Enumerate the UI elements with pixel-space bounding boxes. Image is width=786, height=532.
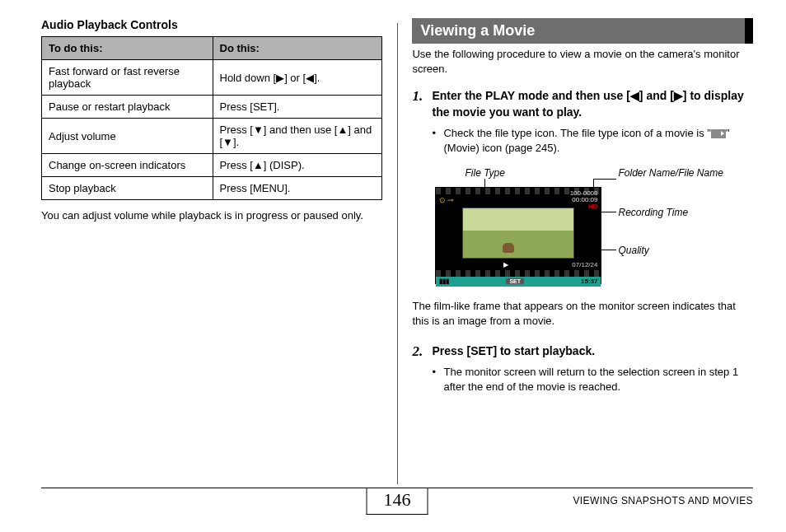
film-frame-note: The film-like frame that appears on the … — [412, 299, 753, 329]
label-quality: Quality — [618, 245, 648, 256]
section-banner: Viewing a Movie — [412, 18, 753, 44]
step-number-1: 1. — [412, 88, 432, 156]
set-button-indicator: SET — [506, 278, 524, 284]
movie-icon — [711, 129, 726, 138]
step-2-title: Press [SET] to start playback. — [432, 343, 753, 360]
table-row: Stop playback Press [MENU]. — [42, 177, 382, 200]
play-icon: ▶ — [503, 261, 508, 268]
movie-figure: File Type Folder Name/File Name Recordin… — [432, 167, 753, 291]
step-1-bullet: Check the file type icon. The file type … — [443, 126, 753, 156]
step-1-title: Enter the PLAY mode and then use [◀] and… — [432, 88, 753, 120]
battery-icon: ▮▮▮ — [439, 278, 449, 285]
clock-value: 15:37 — [581, 278, 597, 285]
step-number-2: 2. — [412, 343, 432, 394]
page-number: 146 — [367, 488, 428, 515]
controls-table: To do this: Do this: Fast forward or fas… — [41, 36, 382, 200]
table-row: Pause or restart playback Press [SET]. — [42, 96, 382, 119]
key-icon: ⊸ — [447, 196, 454, 204]
table-row: Change on-screen indicators Press [▲] (D… — [42, 154, 382, 177]
th-dothis: Do this: — [213, 37, 381, 60]
movie-frame — [462, 208, 574, 259]
intro-text: Use the following procedure to view a mo… — [412, 47, 753, 77]
label-folder: Folder Name/File Name — [618, 167, 723, 179]
th-todo: To do this: — [42, 37, 213, 60]
volume-note: You can adjust volume while playback is … — [41, 208, 382, 224]
page-footer: 146 VIEWING SNAPSHOTS AND MOVIES — [41, 488, 753, 530]
label-recording: Recording Time — [618, 207, 688, 218]
step-2-bullet: The monitor screen will return to the se… — [443, 365, 753, 394]
date-value: 07/12/24 — [572, 261, 597, 268]
table-row: Adjust volume Press [▼] and then use [▲]… — [42, 119, 382, 154]
footer-section: VIEWING SNAPSHOTS AND MOVIES — [573, 495, 753, 506]
lock-icon: ⊙ — [439, 196, 446, 204]
table-row: Fast forward or fast reverse playback Ho… — [42, 60, 382, 96]
camera-screen: ⊙⊸ 100-0008 00:00:09 HD ▶ 07/12/24 ▮▮▮ — [435, 187, 601, 284]
audio-controls-heading: Audio Playback Controls — [41, 18, 382, 31]
label-file-type: File Type — [465, 167, 504, 179]
